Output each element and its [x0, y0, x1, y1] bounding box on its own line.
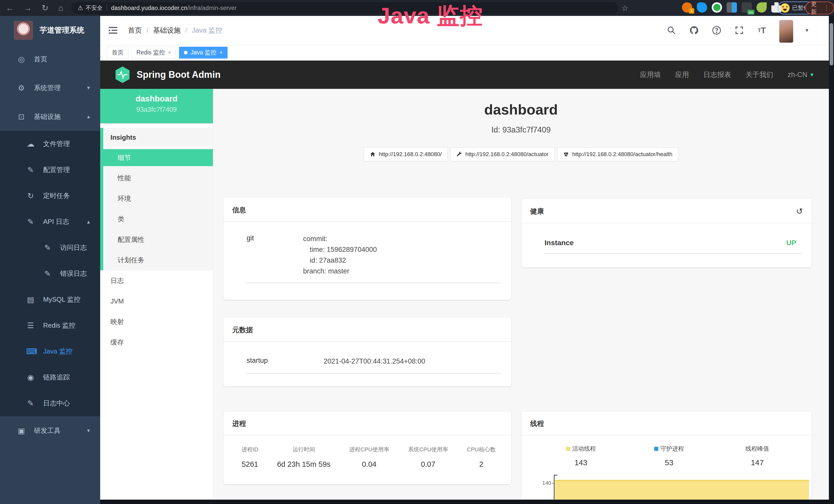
fullscreen-icon[interactable] — [734, 25, 744, 36]
close-icon[interactable]: × — [168, 49, 171, 55]
tag-redis-monitor[interactable]: Redis 监控 × — [132, 47, 176, 59]
sba-language-value: zh-CN — [788, 71, 807, 79]
sba-item-config-props[interactable]: 配置属性 — [103, 229, 213, 250]
sidebar-item-label: 文件管理 — [43, 139, 70, 148]
extension-icon-green[interactable] — [712, 2, 722, 13]
security-label[interactable]: 不安全 — [86, 4, 103, 12]
home-icon[interactable]: ⌂ — [58, 4, 63, 12]
breadcrumb-infra[interactable]: 基础设施 — [153, 26, 181, 35]
github-icon[interactable] — [689, 25, 699, 36]
metadata-key: startup — [247, 356, 324, 367]
search-icon[interactable] — [666, 25, 677, 36]
sidebar-item-infra[interactable]: ⊡ 基础设施 ▴ — [0, 102, 100, 131]
extension-icon-leaf[interactable] — [756, 2, 767, 13]
breadcrumb-home[interactable]: 首页 — [128, 26, 142, 35]
sba-instance-header[interactable]: dashboard 93a3fc7f7409 — [100, 89, 213, 123]
card-metadata-header: 元数据 — [223, 318, 511, 342]
process-table: 进程ID 5261 运行时间 6d 23h 15m 59s 进程CPU使用率 0… — [223, 435, 511, 468]
history-icon[interactable]: ↺ — [796, 206, 803, 216]
sba-nav-applications[interactable]: 应用 — [675, 70, 689, 79]
health-instance-row[interactable]: Instance UP — [521, 223, 812, 247]
chevron-down-icon: ▾ — [87, 427, 90, 434]
more-menu-icon[interactable]: ⋮ — [823, 4, 830, 12]
sba-item-environment[interactable]: 环境 — [103, 188, 213, 209]
sidebar-item-config-manage[interactable]: ✎ 配置管理 — [0, 157, 100, 183]
sidebar-item-access-log[interactable]: ✎ 访问日志 — [0, 235, 100, 260]
instance-health-link[interactable]: http://192.168.0.2:48080/actuator/health — [557, 147, 678, 161]
card-info: 信息 git commit: time: 1596289704000 id: 2… — [223, 198, 511, 300]
bookmark-star-icon[interactable]: ☆ — [621, 4, 629, 13]
sba-item-caches[interactable]: 缓存 — [100, 332, 213, 352]
extension-icon-pin[interactable] — [697, 2, 707, 13]
sidebar-item-mysql-monitor[interactable]: ▤ MySQL 监控 — [0, 287, 100, 313]
legend-swatch-yellow — [566, 447, 570, 451]
app-logo-row[interactable]: 芋道管理系统 — [0, 16, 100, 45]
sidebar-item-error-log[interactable]: ✎ 错误日志 — [0, 260, 100, 287]
sidebar-item-api-log[interactable]: ✎ API 日志 ▴ — [0, 209, 100, 235]
health-instance-label: Instance — [545, 239, 574, 247]
extension-icon-orange[interactable]: 1 — [682, 2, 692, 13]
sidebar-item-dev-tools[interactable]: ▣ 研发工具 ▾ — [0, 416, 100, 445]
tags-view-bar: 首页 Redis 监控 × Java 监控 × — [100, 45, 829, 61]
instance-home-link[interactable]: http://192.168.0.2:48080/ — [364, 147, 448, 161]
edit-icon: ✎ — [26, 165, 35, 174]
avatar-caret-icon[interactable]: ▾ — [806, 27, 808, 33]
threads-legend: 活动线程 143 守护进程 53 线程峰值 147 — [521, 435, 812, 467]
back-icon[interactable]: ← — [6, 4, 14, 12]
row-divider — [247, 373, 501, 373]
help-icon[interactable] — [711, 25, 722, 36]
font-size-icon[interactable]: TT — [757, 25, 767, 36]
sidebar-item-redis-monitor[interactable]: ☰ Redis 监控 — [0, 313, 100, 338]
table-icon: ▤ — [26, 295, 35, 304]
link-url: http://192.168.0.2:48080/actuator/health — [572, 151, 673, 158]
sba-item-details[interactable]: 细节 — [103, 149, 213, 166]
extensions-row: 1 on — [682, 2, 782, 13]
scrollbar-thumb[interactable] — [830, 23, 833, 66]
address-bar[interactable]: ⚠ 不安全 dashboard.yudao.iocoder.cn /infra/… — [71, 2, 618, 14]
sba-nav-wallboard[interactable]: 应用墙 — [640, 70, 661, 79]
sba-item-jvm[interactable]: JVM — [100, 291, 213, 312]
layers-icon: ☰ — [26, 321, 35, 330]
sidebar-item-trace[interactable]: ◉ 链路追踪 — [0, 364, 100, 390]
sba-item-logs[interactable]: 日志 — [100, 270, 213, 291]
sba-nav-about[interactable]: 关于我们 — [745, 70, 773, 79]
sidebar-item-label: 错误日志 — [60, 269, 87, 278]
hamburger-icon[interactable] — [107, 25, 119, 36]
sba-language-select[interactable]: zh-CN ▾ — [788, 71, 813, 79]
card-metadata: 元数据 startup 2021-04-27T00:44:31.254+08:0… — [223, 318, 511, 386]
sidebar-item-label: 访问日志 — [60, 243, 87, 252]
close-icon[interactable]: × — [220, 49, 223, 55]
browser-update-button[interactable]: 更新 ⋮ — [805, 2, 834, 15]
card-title: 信息 — [232, 205, 246, 215]
sba-item-scheduled-tasks[interactable]: 计划任务 — [103, 250, 213, 270]
sba-sidebar: dashboard 93a3fc7f7409 Insights 细节 性能 环境… — [100, 89, 213, 499]
sba-brand[interactable]: Spring Boot Admin — [100, 66, 221, 84]
avatar[interactable] — [779, 20, 793, 43]
tag-home[interactable]: 首页 — [107, 47, 128, 59]
sba-item-mappings[interactable]: 映射 — [100, 312, 213, 332]
app-sidebar: 芋道管理系统 ◎ 首页 ⚙ 系统管理 ▾ ⊡ 基础设施 ▴ ☁ 文件管理 ✎ 配… — [0, 16, 100, 504]
sidebar-item-home[interactable]: ◎ 首页 — [0, 45, 100, 73]
sidebar-item-file-manage[interactable]: ☁ 文件管理 — [0, 131, 100, 157]
extension-icon-switch[interactable]: on — [742, 2, 752, 13]
sidebar-item-scheduled-jobs[interactable]: ↻ 定时任务 — [0, 183, 100, 209]
tag-java-monitor[interactable]: Java 监控 × — [179, 47, 227, 59]
active-tag-dot — [184, 51, 188, 54]
column-header: 进程CPU使用率 — [349, 446, 389, 453]
legend-peak-threads: 线程峰值 147 — [713, 445, 802, 467]
sidebar-item-java-monitor[interactable]: ⌨ Java 监控 — [0, 338, 100, 364]
instance-actuator-link[interactable]: http://192.168.0.2:48080/actuator — [450, 147, 554, 161]
page-scrollbar[interactable] — [829, 16, 834, 504]
profile-emoji-icon — [780, 3, 790, 13]
app-title: 芋道管理系统 — [40, 25, 84, 36]
sidebar-item-log-center[interactable]: ✎ 日志中心 — [0, 390, 100, 416]
reload-icon[interactable]: ↻ — [42, 4, 48, 12]
process-col-uptime: 运行时间 6d 23h 15m 59s — [277, 446, 331, 468]
sidebar-item-system[interactable]: ⚙ 系统管理 ▾ — [0, 73, 100, 102]
extension-icon-grid[interactable] — [727, 2, 737, 13]
forward-icon[interactable]: → — [24, 4, 32, 12]
sba-item-classes[interactable]: 类 — [103, 209, 213, 229]
sba-nav-journal[interactable]: 日志报表 — [703, 70, 731, 79]
screen: ← → ↻ ⌂ ⚠ 不安全 dashboard.yudao.iocoder.cn… — [0, 0, 834, 504]
sba-item-metrics[interactable]: 性能 — [103, 168, 213, 188]
